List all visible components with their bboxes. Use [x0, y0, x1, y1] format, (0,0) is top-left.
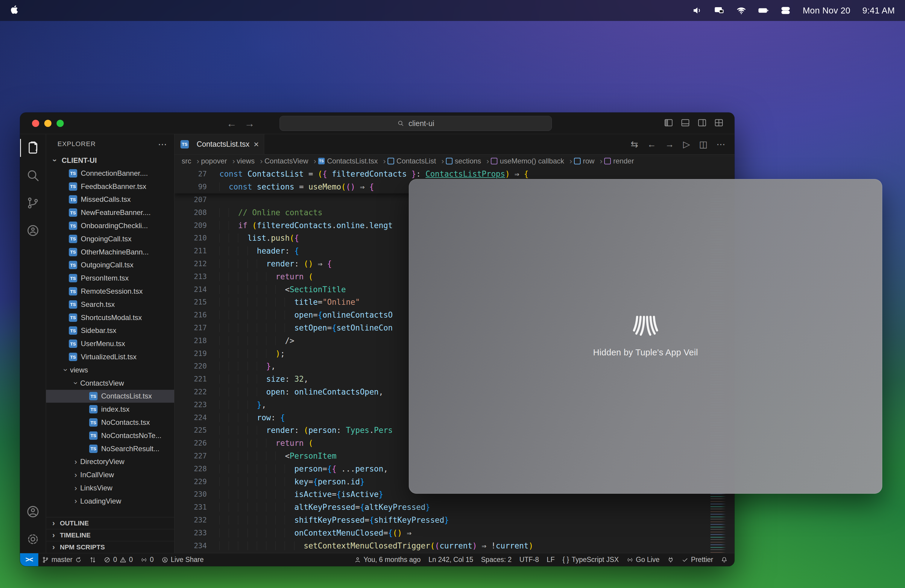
status-gitlens-compare[interactable] [86, 553, 100, 566]
toggle-secondary-sidebar-icon[interactable] [697, 118, 707, 129]
toggle-panel-icon[interactable] [681, 118, 690, 129]
tree-file-missedcalls-tsx[interactable]: TSMissedCalls.tsx [46, 193, 174, 206]
status-prettier[interactable]: Prettier [678, 553, 717, 566]
close-window-button[interactable] [32, 120, 39, 127]
line-number: 233 [175, 529, 219, 537]
tree-file-nocontactsnote-[interactable]: TSNoContactsNoTe... [46, 429, 174, 442]
status-cursor-position[interactable]: Ln 242, Col 15 [425, 553, 477, 566]
tree-folder-views[interactable]: ›views [46, 364, 174, 377]
close-tab-icon[interactable]: × [254, 139, 259, 149]
nav-back-icon[interactable]: ← [227, 118, 237, 129]
tuple-app-veil-window[interactable]: Hidden by Tuple's App Veil [409, 179, 882, 494]
zoom-window-button[interactable] [57, 120, 64, 127]
command-center-search[interactable]: client-ui [279, 116, 552, 131]
breadcrumb-item[interactable]: ContactsView [265, 157, 316, 166]
breadcrumb-item[interactable]: TSContactsList.tsx [318, 157, 386, 166]
tree-file-virtualizedlist-tsx[interactable]: TSVirtualizedList.tsx [46, 350, 174, 364]
breadcrumb-item[interactable]: render [604, 157, 634, 165]
status-notifications[interactable] [717, 553, 732, 566]
status-language-mode[interactable]: { }TypeScript JSX [559, 553, 623, 566]
search-icon[interactable] [20, 162, 46, 189]
breadcrumb-item[interactable]: row [574, 157, 602, 166]
breadcrumb-item[interactable]: views [237, 157, 263, 166]
tree-file-index-tsx[interactable]: TSindex.tsx [46, 403, 174, 416]
code-line-27[interactable]: 27const ContactsList = ({ filteredContac… [175, 168, 734, 181]
tree-file-ongoingcall-tsx[interactable]: TSOngoingCall.tsx [46, 232, 174, 245]
code-line-231[interactable]: 231 altKeyPressed={altKeyPressed} [175, 501, 734, 514]
sidebar-section-timeline[interactable]: ›TIMELINE [46, 529, 174, 541]
status-encoding[interactable]: UTF-8 [516, 553, 543, 566]
status-remote-indicator[interactable]: >< [20, 553, 38, 566]
menu-bar-date[interactable]: Mon Nov 20 [803, 6, 850, 16]
status-git-branch[interactable]: master [38, 553, 86, 566]
tree-file-onboardingcheckli-[interactable]: TSOnboardingCheckli... [46, 219, 174, 232]
tree-file-shortcutsmodal-tsx[interactable]: TSShortcutsModal.tsx [46, 311, 174, 324]
breadcrumb-item[interactable]: ContactsList [387, 157, 444, 166]
tree-file-connectionbanner-[interactable]: TSConnectionBanner.... [46, 167, 174, 180]
code-line-232[interactable]: 232 shiftKeyPressed={shiftKeyPressed} [175, 514, 734, 527]
accounts-icon[interactable] [20, 498, 46, 525]
tree-file-sidebar-tsx[interactable]: TSSidebar.tsx [46, 324, 174, 337]
sidebar-section-npm-scripts[interactable]: ›NPM SCRIPTS [46, 541, 174, 553]
volume-icon[interactable] [692, 5, 702, 16]
settings-gear-icon[interactable] [20, 525, 46, 553]
tree-file-search-tsx[interactable]: TSSearch.tsx [46, 298, 174, 311]
explorer-root-folder[interactable]: › CLIENT-UI [46, 154, 174, 167]
tree-file-remotesession-tsx[interactable]: TSRemoteSession.tsx [46, 285, 174, 298]
source-control-icon[interactable] [20, 189, 46, 217]
wifi-icon[interactable] [736, 5, 746, 16]
code-line-233[interactable]: 233 onContextMenuClosed={() ⇒ [175, 526, 734, 539]
status-problems[interactable]: 00 [100, 553, 137, 566]
split-editor-icon[interactable]: ◫ [699, 139, 708, 149]
line-number: 207 [175, 195, 219, 204]
breadcrumb-item[interactable]: useMemo() callback [491, 157, 572, 166]
code-text: altKeyPressed={altKeyPressed} [219, 503, 430, 512]
status-eol[interactable]: LF [543, 553, 559, 566]
status-extension[interactable] [664, 553, 678, 566]
apple-menu-icon[interactable] [10, 5, 19, 17]
window-title-bar[interactable]: ← → client-ui [20, 113, 734, 134]
tree-file-nocontacts-tsx[interactable]: TSNoContacts.tsx [46, 416, 174, 429]
compare-changes-icon[interactable]: ⇆ [630, 139, 638, 149]
forward-icon[interactable]: → [665, 139, 674, 149]
tree-file-othermachinebann-[interactable]: TSOtherMachineBann... [46, 245, 174, 259]
status-ports[interactable]: 0 [137, 553, 158, 566]
customize-layout-icon[interactable] [714, 118, 724, 129]
more-actions-icon[interactable]: ⋯ [716, 139, 726, 149]
code-line-234[interactable]: 234 setContextMenuClosedTrigger((current… [175, 539, 734, 552]
control-center-icon[interactable] [781, 5, 791, 16]
tree-file-contactslist-tsx[interactable]: TSContactsList.tsx [46, 390, 174, 403]
toggle-primary-sidebar-icon[interactable] [664, 118, 673, 129]
minimize-window-button[interactable] [44, 120, 51, 127]
status-indentation[interactable]: Spaces: 2 [477, 553, 515, 566]
tree-folder-linksview[interactable]: ›LinksView [46, 482, 174, 494]
tree-file-newfeaturebanner-[interactable]: TSNewFeatureBanner.... [46, 206, 174, 219]
menu-bar-clock[interactable]: 9:41 AM [862, 6, 895, 16]
tree-folder-loadingview[interactable]: ›LoadingView [46, 494, 174, 508]
tab-contactslist[interactable]: TS ContactsList.tsx × [175, 134, 264, 154]
screen-mirroring-icon[interactable] [714, 5, 724, 16]
chevron-down-icon: › [71, 379, 81, 388]
tree-file-feedbackbanner-tsx[interactable]: TSFeedbackBanner.tsx [46, 180, 174, 193]
tree-file-personitem-tsx[interactable]: TSPersonItem.tsx [46, 272, 174, 285]
breadcrumb-item[interactable]: popover [201, 157, 235, 166]
live-share-icon[interactable] [20, 217, 46, 244]
run-file-icon[interactable]: ▷ [683, 139, 690, 149]
breadcrumb-item[interactable]: src [182, 157, 199, 166]
status-gitlens-blame[interactable]: You, 6 months ago [351, 553, 425, 566]
nav-forward-icon[interactable]: → [245, 118, 255, 129]
tree-file-usermenu-tsx[interactable]: TSUserMenu.tsx [46, 337, 174, 350]
tree-folder-contactsview[interactable]: ›ContactsView [46, 377, 174, 390]
explorer-icon[interactable] [20, 134, 46, 162]
tree-file-outgoingcall-tsx[interactable]: TSOutgoingCall.tsx [46, 259, 174, 272]
breadcrumb-item[interactable]: sections [446, 157, 489, 166]
battery-icon[interactable] [758, 5, 768, 16]
status-live-share[interactable]: Live Share [158, 553, 208, 566]
explorer-more-actions-icon[interactable]: ⋯ [158, 139, 168, 149]
tree-folder-incallview[interactable]: ›InCallView [46, 468, 174, 482]
tree-folder-directoryview[interactable]: ›DirectoryView [46, 455, 174, 469]
sidebar-section-outline[interactable]: ›OUTLINE [46, 517, 174, 529]
back-icon[interactable]: ← [647, 139, 656, 149]
status-go-live[interactable]: Go Live [623, 553, 664, 566]
tree-file-nosearchresult-[interactable]: TSNoSearchResult... [46, 442, 174, 455]
